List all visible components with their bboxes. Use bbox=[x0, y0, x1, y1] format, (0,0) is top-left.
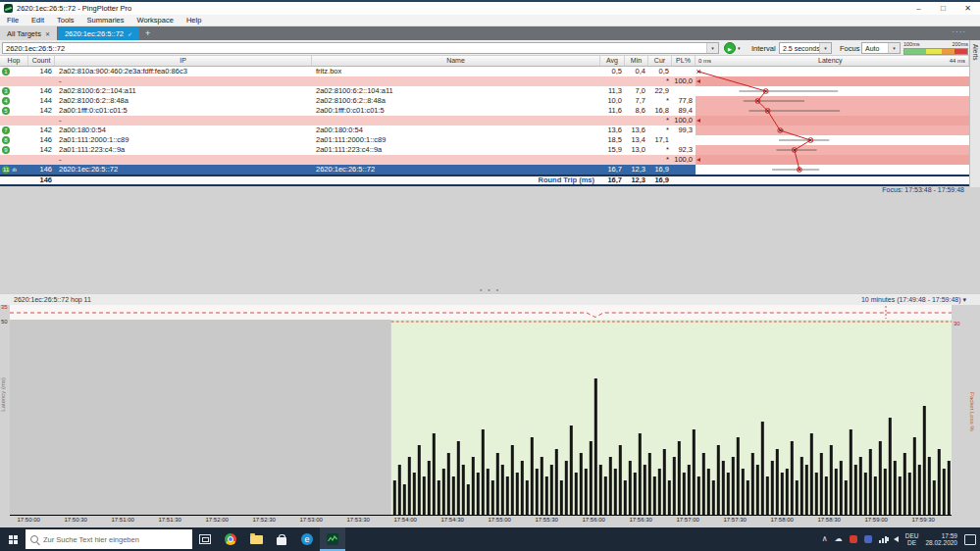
taskbar-chrome-button[interactable] bbox=[218, 527, 243, 551]
network-icon[interactable] bbox=[879, 536, 887, 543]
hop-row[interactable]: -*100,0 bbox=[0, 76, 969, 86]
col-hop[interactable]: Hop bbox=[0, 56, 28, 66]
round-trip-min: 12,3 bbox=[625, 176, 648, 184]
timeline-graph[interactable] bbox=[10, 320, 952, 516]
tray-expand-icon[interactable]: ∧ bbox=[822, 534, 828, 544]
hop-row[interactable]: 41442a02:8100:6:2::8:48a2a02:8100:6:2::8… bbox=[0, 96, 969, 106]
timeline-title: 2620:1ec:26:5::72 hop 11 bbox=[14, 296, 91, 303]
interval-dropdown-icon[interactable]: ▾ bbox=[819, 43, 831, 53]
cell-latency-graph bbox=[696, 145, 969, 155]
cell-cur: 22,9 bbox=[648, 86, 672, 96]
new-tab-button[interactable]: + bbox=[140, 26, 155, 40]
timeline-range-dropdown-icon[interactable]: ▾ bbox=[962, 296, 966, 303]
cell-min bbox=[625, 116, 648, 125]
close-tab-icon[interactable]: ✕ bbox=[45, 30, 50, 37]
toolbar: ▾ ▶ ▾ Interval 2.5 seconds ▾ Focus Auto … bbox=[0, 40, 980, 56]
hop-row[interactable]: 51422a00:1fff:0:c01:c01:52a00:1fff:0:c01… bbox=[0, 106, 969, 116]
trace-options-icon[interactable]: ▾ bbox=[738, 45, 741, 51]
col-cur[interactable]: Cur bbox=[648, 56, 672, 66]
cell-ip: - bbox=[55, 116, 312, 125]
menu-help[interactable]: Help bbox=[186, 16, 201, 25]
cell-cur: * bbox=[648, 125, 672, 135]
taskbar-explorer-button[interactable] bbox=[243, 527, 269, 551]
round-trip-row: 146 Round Trip (ms) 16,7 12,3 16,9 bbox=[0, 175, 969, 186]
hop-row[interactable]: -*100,0 bbox=[0, 155, 969, 165]
col-min[interactable]: Min bbox=[625, 56, 648, 66]
cell-pl bbox=[672, 135, 696, 145]
time-tick: 17:55:30 bbox=[536, 517, 558, 523]
hop-row[interactable]: -*100,0 bbox=[0, 116, 969, 125]
focus-range-text: Focus: 17:53:48 - 17:59:48 bbox=[882, 186, 964, 193]
action-center-icon[interactable] bbox=[964, 534, 976, 545]
cell-cur: 17,1 bbox=[648, 135, 672, 145]
taskbar-edge-button[interactable]: e bbox=[294, 527, 320, 551]
menu-edit[interactable]: Edit bbox=[31, 16, 44, 25]
task-view-button[interactable] bbox=[192, 527, 218, 551]
col-avg[interactable]: Avg bbox=[600, 56, 625, 66]
tab-all-targets[interactable]: All Targets ✕ bbox=[0, 26, 57, 40]
alerts-side-tab[interactable]: Alerts bbox=[969, 40, 980, 187]
hop-row[interactable]: 11ılı1462620:1ec:26:5::722620:1ec:26:5::… bbox=[0, 165, 969, 175]
cell-cur: * bbox=[648, 76, 672, 86]
cell-hop: 5 bbox=[0, 106, 28, 116]
language-indicator[interactable]: DEU DE bbox=[905, 532, 919, 547]
time-tick: 17:50:30 bbox=[65, 517, 87, 523]
clock-time: 17:59 bbox=[925, 532, 957, 540]
cell-name: 2a00:180:0:54 bbox=[312, 125, 600, 135]
interval-label: Interval bbox=[751, 44, 776, 53]
hop-badge: 3 bbox=[2, 87, 10, 95]
cell-pl: 77,8 bbox=[672, 96, 696, 106]
focus-select[interactable]: Auto ▾ bbox=[861, 42, 901, 54]
hop-row[interactable]: 71422a00:180:0:542a00:180:0:5413,613,6*9… bbox=[0, 125, 969, 135]
onedrive-cloud-icon[interactable]: ☁ bbox=[835, 534, 843, 544]
col-count[interactable]: Count bbox=[28, 56, 55, 66]
focus-dropdown-icon[interactable]: ▾ bbox=[888, 43, 900, 53]
menu-tools[interactable]: Tools bbox=[57, 16, 75, 25]
cell-pl bbox=[672, 165, 696, 175]
cell-min: 0,4 bbox=[625, 67, 648, 76]
cell-avg bbox=[600, 76, 625, 86]
cell-name: 2a01:111:223:c4::9a bbox=[312, 145, 600, 155]
language-line1: DEU bbox=[905, 532, 919, 540]
round-trip-cur: 16,9 bbox=[648, 176, 672, 184]
start-button[interactable] bbox=[0, 527, 26, 551]
cell-hop: 8 bbox=[0, 135, 28, 145]
target-dropdown-icon[interactable]: ▾ bbox=[706, 43, 718, 53]
taskbar-clock[interactable]: 17:59 28.02.2020 bbox=[925, 532, 957, 547]
hop-row[interactable]: 11462a02:810a:900:460:2e3a:fdff:fea0:86c… bbox=[0, 67, 969, 76]
tab-overflow-icon[interactable]: ···· bbox=[952, 27, 966, 36]
time-tick: 17:51:30 bbox=[159, 517, 181, 523]
cell-avg: 13,6 bbox=[600, 125, 625, 135]
tab-target[interactable]: 2620:1ec:26:5::72 ✓ bbox=[58, 26, 139, 40]
round-trip-label: Round Trip (ms) bbox=[312, 176, 600, 184]
taskbar-search[interactable]: Zur Suche Text hier eingeben bbox=[26, 529, 192, 549]
start-trace-button[interactable]: ▶ bbox=[724, 42, 736, 54]
menu-summaries[interactable]: Summaries bbox=[87, 16, 125, 25]
hop-row[interactable]: 81462a01:111:2000:1::c892a01:111:2000:1:… bbox=[0, 135, 969, 145]
volume-icon[interactable] bbox=[894, 536, 899, 542]
timeline-range-select[interactable]: 10 minutes (17:49:48 - 17:59:48) ▾ bbox=[861, 296, 966, 304]
cell-hop bbox=[0, 76, 28, 86]
store-icon bbox=[277, 537, 286, 545]
cell-latency-graph bbox=[696, 116, 969, 125]
tray-red-app-icon[interactable] bbox=[850, 535, 857, 543]
cell-ip: 2a01:111:2000:1::c89 bbox=[55, 135, 312, 145]
taskbar-pingplotter-button[interactable] bbox=[320, 527, 345, 551]
hop-row[interactable]: 31462a02:8100:6:2::104:a112a02:8100:6:2:… bbox=[0, 86, 969, 96]
menu-workspace[interactable]: Workspace bbox=[136, 16, 173, 25]
interval-select[interactable]: 2.5 seconds ▾ bbox=[779, 42, 832, 54]
target-input[interactable] bbox=[3, 43, 706, 53]
time-tick: 17:51:00 bbox=[112, 517, 134, 523]
col-pl[interactable]: PL% bbox=[672, 56, 696, 66]
hop-row[interactable]: 91422a01:111:223:c4::9a2a01:111:223:c4::… bbox=[0, 145, 969, 155]
col-name[interactable]: Name bbox=[312, 56, 600, 66]
cell-count bbox=[28, 76, 55, 86]
cell-ip: - bbox=[55, 76, 312, 86]
col-latency[interactable]: 0 ms Latency 44 ms bbox=[696, 56, 969, 66]
target-combo[interactable]: ▾ bbox=[2, 42, 719, 54]
taskbar-store-button[interactable] bbox=[269, 527, 294, 551]
menu-file[interactable]: File bbox=[7, 16, 19, 25]
tray-blue-app-icon[interactable] bbox=[864, 535, 872, 543]
col-ip[interactable]: IP bbox=[55, 56, 312, 66]
loss-max-label: 30 bbox=[954, 321, 960, 326]
